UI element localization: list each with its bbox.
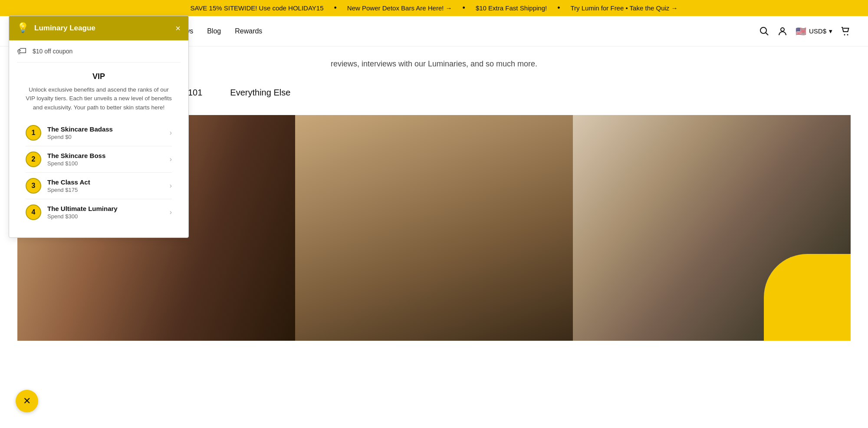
popup-body: 🏷 $10 off coupon VIP Unlock exclusive be… (9, 40, 188, 237)
tier-info-1: The Skincare Badass Spend $0 (47, 125, 170, 140)
vip-title: VIP (26, 72, 172, 81)
nav-blog[interactable]: Blog (207, 27, 221, 35)
tier-name-3: The Class Act (47, 178, 170, 186)
tier-arrow-icon-2: › (170, 155, 172, 163)
banner-item-3: $10 Extra Fast Shipping! (476, 4, 547, 12)
currency-selector[interactable]: 🇺🇸 USD$ ▾ (796, 26, 832, 36)
svg-point-3 (844, 34, 845, 35)
currency-label: USD$ (809, 27, 826, 35)
coupon-icon: 🏷 (17, 46, 26, 57)
flag-icon: 🇺🇸 (796, 26, 806, 36)
main-subtitle: reviews, interviews with our Luminaries,… (260, 46, 608, 81)
tier-spend-1: Spend $0 (47, 134, 170, 140)
banner-link-2[interactable]: New Power Detox Bars Are Here! → (347, 4, 452, 12)
tier-name-1: The Skincare Badass (47, 125, 170, 133)
svg-point-2 (781, 28, 784, 31)
tier-spend-4: Spend $300 (47, 213, 170, 220)
bulb-icon: 💡 (17, 22, 29, 34)
currency-arrow-icon: ▾ (829, 27, 832, 35)
popup-header-left: 💡 Luminary League (17, 22, 95, 34)
coupon-text: $10 off coupon (33, 48, 72, 55)
tab-everything-else[interactable]: Everything Else (223, 85, 297, 100)
tier-number-4: 4 (26, 204, 41, 220)
tier-number-1: 1 (26, 125, 41, 141)
banner-link-4[interactable]: Try Lumin for Free • Take the Quiz → (571, 4, 678, 12)
tier-info-4: The Ultimate Luminary Spend $300 (47, 205, 170, 220)
tier-number-3: 3 (26, 178, 41, 194)
tier-name-4: The Ultimate Luminary (47, 205, 170, 212)
tier-number-2: 2 (26, 151, 41, 167)
tier-item-3[interactable]: 3 The Class Act Spend $175 › (26, 173, 172, 199)
tier-item-2[interactable]: 2 The Skincare Boss Spend $100 › (26, 146, 172, 173)
tier-arrow-icon-3: › (170, 182, 172, 190)
popup-close-button[interactable]: × (175, 23, 181, 33)
nav-rewards[interactable]: Rewards (235, 27, 262, 35)
tier-spend-3: Spend $175 (47, 187, 170, 193)
tier-name-2: The Skincare Boss (47, 152, 170, 159)
banner-dot-2: • (463, 3, 465, 13)
top-banner: SAVE 15% SITEWIDE! Use code HOLIDAY15 • … (0, 0, 868, 16)
image-panel-right (573, 115, 851, 341)
tier-arrow-icon-4: › (170, 208, 172, 216)
banner-item-1: SAVE 15% SITEWIDE! Use code HOLIDAY15 (190, 4, 323, 12)
image-panel-center (295, 115, 573, 341)
tier-item-4[interactable]: 4 The Ultimate Luminary Spend $300 › (26, 199, 172, 225)
vip-card: VIP Unlock exclusive benefits and ascend… (17, 63, 181, 230)
tier-spend-2: Spend $100 (47, 160, 170, 167)
luminary-popup: 💡 Luminary League × 🏷 $10 off coupon VIP… (9, 16, 189, 238)
yellow-corner (764, 254, 851, 341)
tier-item-1[interactable]: 1 The Skincare Badass Spend $0 › (26, 120, 172, 146)
search-icon[interactable] (759, 26, 769, 36)
tier-arrow-icon-1: › (170, 129, 172, 137)
popup-header: 💡 Luminary League × (9, 16, 188, 40)
tier-info-3: The Class Act Spend $175 (47, 178, 170, 193)
user-icon[interactable] (777, 26, 788, 36)
svg-point-0 (760, 27, 766, 33)
banner-dot-1: • (334, 3, 337, 13)
banner-dot-3: • (557, 3, 560, 13)
coupon-strip: 🏷 $10 off coupon (17, 40, 181, 63)
vip-description: Unlock exclusive benefits and ascend the… (26, 86, 172, 112)
svg-point-4 (847, 34, 848, 35)
popup-title: Luminary League (34, 24, 95, 33)
tier-info-2: The Skincare Boss Spend $100 (47, 152, 170, 167)
header-right: 🇺🇸 USD$ ▾ (759, 26, 851, 36)
center-person-image (295, 115, 573, 341)
cart-icon[interactable] (840, 26, 851, 36)
tier-list: 1 The Skincare Badass Spend $0 › 2 The S… (26, 120, 172, 225)
svg-line-1 (766, 33, 768, 35)
